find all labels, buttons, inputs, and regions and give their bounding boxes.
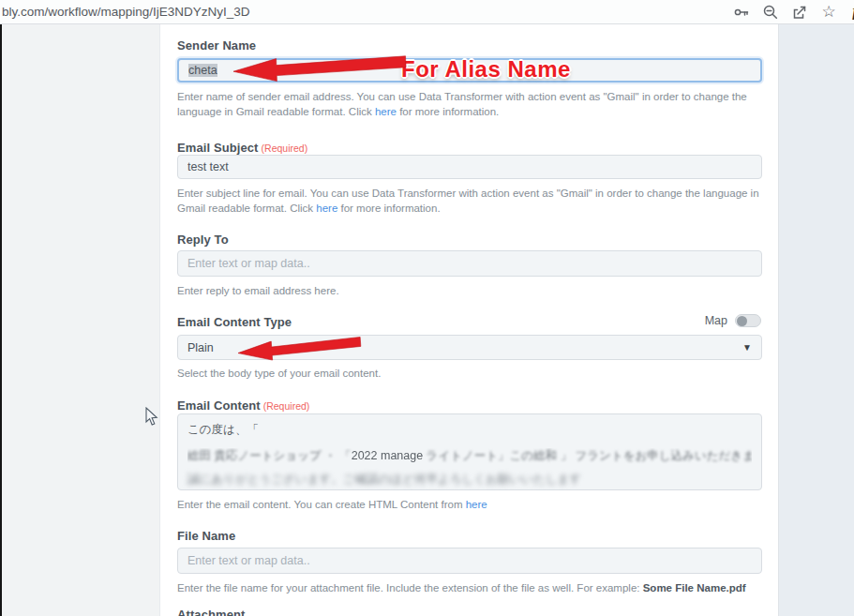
file-name-label: File Name <box>177 529 762 543</box>
email-content-line3-redacted: 誠にありがとうございます。ご確認のほど何卒よろしくお願いいたします。 <box>187 472 581 488</box>
email-content-line1: この度は、「 <box>187 422 752 438</box>
red-arrow-sender-icon <box>231 53 408 89</box>
email-subject-help: Enter subject line for email. You can us… <box>177 186 762 216</box>
email-content-label-row: Email Content(Required) <box>177 397 762 413</box>
map-label: Map <box>705 314 727 327</box>
sender-name-value: cheta <box>188 64 217 77</box>
mouse-cursor-icon <box>145 407 159 430</box>
key-icon[interactable] <box>733 4 750 21</box>
content-help-here-link[interactable]: here <box>466 499 487 510</box>
email-content-help: Enter the email content. You can create … <box>177 497 762 512</box>
reply-to-help: Enter reply to email address here. <box>177 283 762 298</box>
sender-help-here-link[interactable]: here <box>375 106 397 117</box>
page-background <box>779 24 854 616</box>
file-name-example: Some File Name.pdf <box>643 582 746 593</box>
alias-note-text: For Alias Name <box>401 56 571 83</box>
content-type-value: Plain <box>187 341 214 354</box>
email-subject-input[interactable] <box>177 155 762 179</box>
attachment-label: Attachment <box>177 608 762 616</box>
map-toggle[interactable] <box>735 314 761 327</box>
email-content-line2-redacted: 総田 貴応ノートショップ ・ 「2022 manage ライトノート」この総和 … <box>187 448 752 464</box>
email-subject-label-row: Email Subject(Required) <box>177 139 762 156</box>
share-icon[interactable] <box>791 4 808 21</box>
email-content-type-label: Email Content Type <box>177 315 762 329</box>
url-text[interactable]: bly.com/workflow/mapping/IjE3NDYzNyI_3D <box>2 5 250 19</box>
email-subject-label: Email Subject <box>177 141 259 155</box>
left-background <box>2 24 159 616</box>
reply-to-label: Reply To <box>177 233 762 247</box>
bookmark-star-icon[interactable]: ☆ <box>820 4 837 21</box>
mapping-form-panel: Sender Name cheta Enter name of sender e… <box>159 24 779 616</box>
sender-name-label: Sender Name <box>177 38 762 53</box>
required-badge: (Required) <box>262 143 308 154</box>
browser-address-bar: bly.com/workflow/mapping/IjE3NDYzNyI_3D … <box>0 0 854 24</box>
email-content-type-help: Select the body type of your email conte… <box>177 366 762 381</box>
required-badge: (Required) <box>263 400 310 412</box>
email-content-textarea[interactable]: この度は、「 総田 貴応ノートショップ ・ 「2022 manage ライトノー… <box>177 413 762 490</box>
subject-help-here-link[interactable]: here <box>316 203 337 214</box>
zoom-out-icon[interactable] <box>762 4 779 21</box>
email-content-label: Email Content <box>177 398 261 413</box>
file-name-help: Enter the file name for your attachment … <box>177 580 762 595</box>
map-toggle-knob <box>737 316 747 326</box>
sender-name-help: Enter name of sender email address. You … <box>177 89 762 119</box>
chevron-down-icon: ▼ <box>742 342 752 353</box>
reply-to-input[interactable] <box>177 250 762 277</box>
file-name-input[interactable] <box>177 548 762 574</box>
map-toggle-row: Map <box>705 314 761 327</box>
